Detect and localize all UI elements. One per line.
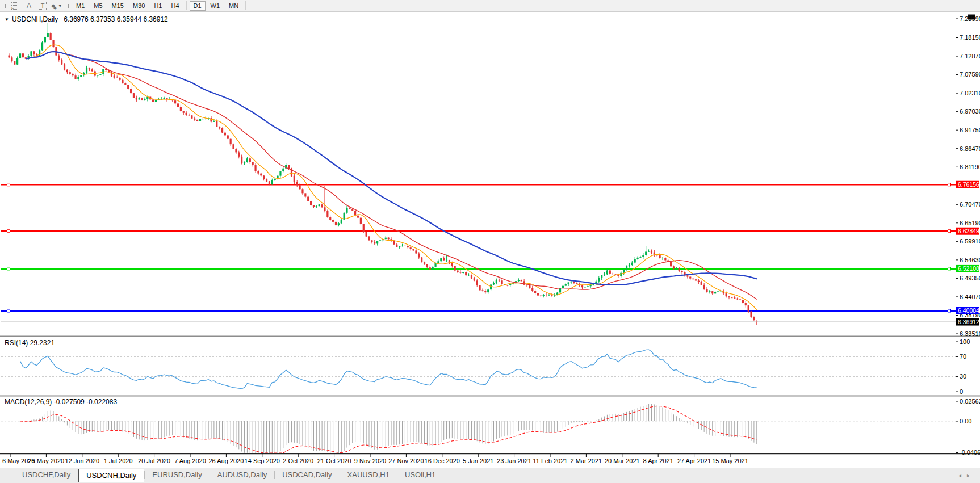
hline-handle[interactable] [948,309,951,312]
svg-text:7.07590: 7.07590 [960,71,980,78]
date-axis: 6 May 202025 May 202012 Jun 20201 Jul 20… [2,454,748,464]
svg-text:6.70470: 6.70470 [960,201,980,208]
macd-indicator-label: MACD(12,26,9) -0.027509 -0.022083 [5,398,117,406]
svg-text:0.025623: 0.025623 [960,398,980,405]
svg-text:6.86470: 6.86470 [960,145,980,152]
svg-text:6.33510: 6.33510 [960,330,980,337]
tab-usoil[interactable]: USOil,H1 [397,469,443,481]
svg-text:6.54630: 6.54630 [960,257,980,263]
tab-scroll-right-icon[interactable]: ▸ [967,472,975,478]
tool-fibonacci-button[interactable]: F [10,1,21,11]
timeframe-h1-button[interactable]: H1 [150,1,166,11]
svg-text:26 Aug 2020: 26 Aug 2020 [209,457,244,464]
terminal-window: { "toolbar": { "tools": [ {"id": "fibona… [0,0,980,483]
chart-ohlc-values: 6.36976 6.37353 6.35944 6.36912 [64,15,168,23]
tab-usdchf[interactable]: USDCHF,Daily [15,469,78,481]
tab-usdcad[interactable]: USDCAD,Daily [275,469,339,481]
svg-text:9 Nov 2020: 9 Nov 2020 [354,457,386,464]
arrow-tool-icon: ◆ [53,6,56,10]
svg-text:25 May 2020: 25 May 2020 [28,457,65,464]
svg-text:6.97030: 6.97030 [960,108,980,115]
svg-text:7.12870: 7.12870 [960,53,980,60]
toolbar-grip[interactable] [3,2,6,10]
tab-xauusd[interactable]: XAUUSD,H1 [340,469,397,481]
timeframe-h4-button[interactable]: H4 [167,1,183,11]
timeframe-w1-button[interactable]: W1 [207,1,224,11]
tab-scroll-left-icon[interactable]: ◂ [958,472,967,478]
chart-dropdown-icon[interactable]: ▼ [5,17,9,22]
svg-text:0: 0 [960,388,963,395]
hline-handle[interactable] [7,267,10,270]
svg-text:-0.040687: -0.040687 [960,449,980,456]
hline-6.76156[interactable]: 6.76156 [1,181,979,188]
svg-text:6.36912: 6.36912 [958,318,979,325]
hline-6.40084[interactable]: 6.40084 [1,307,979,314]
timeframe-m1-button[interactable]: M1 [72,1,89,11]
macd-histogram [20,404,757,453]
svg-text:5 Jan 2021: 5 Jan 2021 [463,457,493,464]
svg-text:11 Feb 2021: 11 Feb 2021 [533,457,568,464]
timeframe-m5-button[interactable]: M5 [90,1,106,11]
text-icon: A [27,2,31,10]
hline-6.62849[interactable]: 6.62849 [1,228,979,235]
ma-lines [26,45,757,310]
svg-text:6.76156: 6.76156 [958,181,979,188]
tab-scroll-arrows: ◂▸ [958,472,975,478]
svg-text:27 Nov 2020: 27 Nov 2020 [388,457,424,464]
svg-text:7 Aug 2020: 7 Aug 2020 [174,457,206,464]
text-label-icon: T [39,2,47,10]
svg-text:20 Mar 2021: 20 Mar 2021 [605,457,640,464]
svg-text:15 May 2021: 15 May 2021 [712,457,748,464]
svg-text:6.44070: 6.44070 [960,293,980,300]
chart-symbol-label: USDCNH,Daily [12,15,58,23]
svg-text:6.52108: 6.52108 [958,265,979,272]
svg-text:23 Jan 2021: 23 Jan 2021 [497,457,531,464]
svg-text:2 Oct 2020: 2 Oct 2020 [283,457,313,464]
svg-text:16 Dec 2020: 16 Dec 2020 [425,457,460,464]
svg-text:100: 100 [960,338,970,345]
current-price: 6.36912 [1,318,979,326]
tool-text-label-button[interactable]: T [37,1,48,11]
chevron-down-icon[interactable]: ▾ [59,3,61,9]
tool-text-button[interactable]: A [23,1,35,11]
svg-text:6.65190: 6.65190 [960,220,980,226]
svg-text:6.49350: 6.49350 [960,275,980,282]
svg-text:6.59910: 6.59910 [960,238,980,245]
svg-text:0.00: 0.00 [960,418,971,425]
hline-handle[interactable] [948,230,951,233]
top-toolbar: FAT◆◆▾M1M5M15M30H1H4D1W1MN [0,0,980,12]
svg-text:7.02310: 7.02310 [960,90,980,96]
fibonacci-icon: F [11,2,19,10]
tab-usdcnh[interactable]: USDCNH,Daily [78,469,144,482]
chart-canvas[interactable]: 7.235907.181507.128707.075907.023106.970… [0,12,980,468]
svg-text:20 Jul 2020: 20 Jul 2020 [138,457,170,464]
rsi-line [20,350,757,389]
svg-text:2 Mar 2021: 2 Mar 2021 [571,457,602,464]
hline-6.52108[interactable]: 6.52108 [1,265,979,272]
svg-text:14 Sep 2020: 14 Sep 2020 [245,457,280,464]
toolbar-grip[interactable] [66,2,69,10]
svg-text:6.40084: 6.40084 [958,307,979,314]
ma-line-medium [26,52,757,299]
ma-line-fast [26,45,757,310]
svg-text:6.81190: 6.81190 [960,163,980,170]
svg-text:21 Oct 2020: 21 Oct 2020 [317,457,351,464]
hline-handle[interactable] [7,230,10,233]
hline-handle[interactable] [948,267,951,270]
svg-text:7.23590: 7.23590 [960,15,980,22]
svg-text:30: 30 [960,373,966,380]
tool-arrow-tools-button[interactable]: ◆◆▾ [51,1,62,11]
timeframe-mn-button[interactable]: MN [225,1,242,11]
rsi-pane: 10070300 [1,338,970,395]
hline-handle[interactable] [7,309,10,312]
tab-eurusd[interactable]: EURUSD,Daily [145,469,209,481]
hline-handle[interactable] [948,183,951,186]
hline-handle[interactable] [7,183,10,186]
timeframe-m15-button[interactable]: M15 [108,1,128,11]
timeframe-d1-button[interactable]: D1 [190,1,206,11]
chart-title: ▼USDCNH,Daily6.36976 6.37353 6.35944 6.3… [5,15,168,23]
timeframe-m30-button[interactable]: M30 [129,1,149,11]
svg-text:6.62849: 6.62849 [958,228,979,234]
tab-audusd[interactable]: AUDUSD,Daily [210,469,274,481]
svg-text:8 Apr 2021: 8 Apr 2021 [643,457,673,464]
